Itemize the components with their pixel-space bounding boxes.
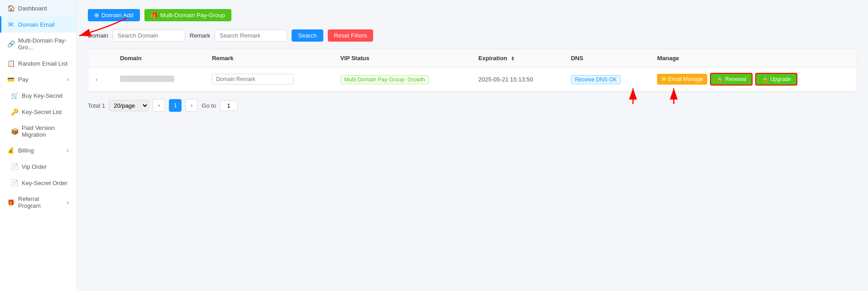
email-manage-button[interactable]: ✉ Email Manage	[657, 74, 707, 85]
page-1-button[interactable]: 1	[169, 99, 182, 112]
envelope-icon: ✉	[662, 76, 666, 82]
content-area: ⊕ Domain Add 🎁 Multi-Domain Pay-Group Do…	[77, 0, 868, 291]
chevron-up-icon: ∧	[66, 77, 69, 82]
order-icon: 📄	[11, 163, 18, 170]
sidebar-item-label: Dashboard	[18, 5, 47, 12]
sidebar-group-label: Billing	[18, 147, 34, 154]
chevron-up-icon: ∧	[66, 148, 69, 153]
sidebar-item-paid-version-migration[interactable]: 📦 Paid Version Migration	[4, 120, 77, 143]
envelope-icon: ✉	[7, 21, 14, 28]
package-icon: 📦	[11, 128, 18, 135]
domain-filter-label: Domain	[88, 32, 108, 39]
sidebar-group-billing[interactable]: 💰 Billing ∧	[0, 143, 77, 158]
sidebar-group-referral[interactable]: 🎁 Referral Program ∨	[0, 191, 77, 214]
goto-page-input[interactable]	[220, 100, 238, 111]
sidebar-item-label: Multi-Domain Pay-Gro...	[18, 37, 69, 51]
filter-bar: Domain Remark Search Reset Filters	[88, 29, 857, 42]
search-domain-input[interactable]	[113, 29, 185, 42]
domain-add-button[interactable]: ⊕ Domain Add	[88, 9, 140, 21]
dns-cell: Receive DNS OK	[564, 67, 650, 91]
col-domain-name: Domain	[113, 49, 205, 67]
sidebar: 🏠 Dashboard ✉ Domain Email 🔗 Multi-Domai…	[0, 0, 77, 291]
renewal-button[interactable]: 🔒 Renewal	[710, 73, 753, 86]
pay-icon: 💳	[7, 76, 14, 83]
cart-icon: 🛒	[11, 92, 18, 99]
sidebar-group-label: Referral Program	[18, 196, 62, 209]
remark-filter-label: Remark	[190, 32, 211, 39]
main-content: ⊕ Domain Add 🎁 Multi-Domain Pay-Group Do…	[77, 0, 868, 291]
expiration-value: 2025-05-21 15:13:50	[479, 76, 533, 83]
lock-icon: 🔒	[762, 76, 768, 82]
prev-page-button[interactable]: ‹	[153, 99, 165, 112]
sidebar-item-key-secret-list[interactable]: 🔑 Key-Secret List	[4, 104, 77, 120]
expand-cell[interactable]: ›	[88, 67, 113, 91]
col-manage: Manage	[650, 49, 857, 67]
domain-cell	[113, 67, 205, 91]
billing-icon: 💰	[7, 147, 14, 154]
sidebar-item-label: Buy Key-Secret	[22, 92, 62, 99]
sidebar-item-dashboard[interactable]: 🏠 Dashboard	[0, 0, 77, 16]
sidebar-group-pay[interactable]: 💳 Pay ∧	[0, 72, 77, 87]
col-dns: DNS	[564, 49, 650, 67]
expiration-cell: 2025-05-21 15:13:50	[471, 67, 564, 91]
link-icon: 🔗	[7, 40, 14, 48]
search-button[interactable]: Search	[292, 29, 323, 42]
vip-status-cell: Multi-Domain Pay-Group- Growth	[333, 67, 471, 91]
goto-label: Go to	[201, 102, 216, 109]
table-row: › Multi-Domain Pay-Group- Growth 2025-	[88, 67, 857, 91]
domain-blurred	[120, 76, 174, 82]
home-icon: 🏠	[7, 5, 14, 12]
gift-icon: 🎁	[7, 199, 14, 206]
order-icon: 📄	[11, 179, 18, 186]
sidebar-item-label: Random Email List	[18, 60, 67, 67]
col-remark: Remark	[205, 49, 333, 67]
domain-remark-input[interactable]	[212, 74, 293, 85]
sidebar-item-key-secret-order[interactable]: 📄 Key-Secret Order	[4, 175, 77, 191]
reset-filters-button[interactable]: Reset Filters	[328, 29, 374, 42]
expand-icon[interactable]: ›	[96, 76, 97, 83]
list-icon: 📋	[7, 60, 14, 67]
key-icon: 🔑	[11, 108, 18, 115]
domain-table: Domain Remark VIP Status Expiration ⇕ DN…	[88, 49, 857, 92]
total-label: Total 1	[88, 102, 105, 109]
sidebar-item-vip-order[interactable]: 📄 Vip Order	[4, 158, 77, 175]
page-size-select[interactable]: 20/page 10/page 50/page 100/page	[109, 100, 149, 111]
sidebar-item-domain-email[interactable]: ✉ Domain Email	[0, 16, 77, 33]
sidebar-item-label: Key-Secret Order	[22, 180, 67, 186]
sidebar-item-label: Domain Email	[18, 21, 55, 28]
next-page-button[interactable]: ›	[185, 99, 198, 112]
vip-status-badge: Multi-Domain Pay-Group- Growth	[340, 75, 429, 84]
table-header-row: Domain Remark VIP Status Expiration ⇕ DN…	[88, 49, 857, 67]
sidebar-item-label: Key-Secret List	[22, 109, 62, 115]
lock-icon: 🔒	[716, 76, 723, 82]
col-domain	[88, 49, 113, 67]
chevron-down-icon: ∨	[66, 200, 69, 205]
sidebar-item-random-email[interactable]: 📋 Random Email List	[0, 55, 77, 72]
manage-cell: ✉ Email Manage 🔒 Renewal 🔒 Upgrade	[650, 67, 857, 91]
upgrade-button[interactable]: 🔒 Upgrade	[755, 73, 797, 86]
sidebar-group-label: Pay	[18, 76, 28, 83]
dns-badge: Receive DNS OK	[571, 75, 621, 84]
col-expiration[interactable]: Expiration ⇕	[471, 49, 564, 67]
pagination: Total 1 20/page 10/page 50/page 100/page…	[88, 99, 857, 112]
col-vip-status: VIP Status	[333, 49, 471, 67]
plus-icon: ⊕	[94, 12, 99, 19]
multi-domain-pay-group-button[interactable]: 🎁 Multi-Domain Pay-Group	[144, 9, 231, 21]
gift-icon: 🎁	[151, 12, 158, 19]
manage-buttons: ✉ Email Manage 🔒 Renewal 🔒 Upgrade	[657, 73, 849, 86]
sidebar-item-label: Vip Order	[22, 163, 47, 170]
search-remark-input[interactable]	[215, 29, 287, 42]
sidebar-item-label: Paid Version Migration	[22, 124, 69, 138]
remark-cell	[205, 67, 333, 91]
sidebar-item-multi-domain[interactable]: 🔗 Multi-Domain Pay-Gro...	[0, 33, 77, 55]
toolbar: ⊕ Domain Add 🎁 Multi-Domain Pay-Group	[88, 9, 857, 21]
sidebar-item-buy-key-secret[interactable]: 🛒 Buy Key-Secret	[4, 87, 77, 104]
sort-icon: ⇕	[511, 56, 514, 61]
